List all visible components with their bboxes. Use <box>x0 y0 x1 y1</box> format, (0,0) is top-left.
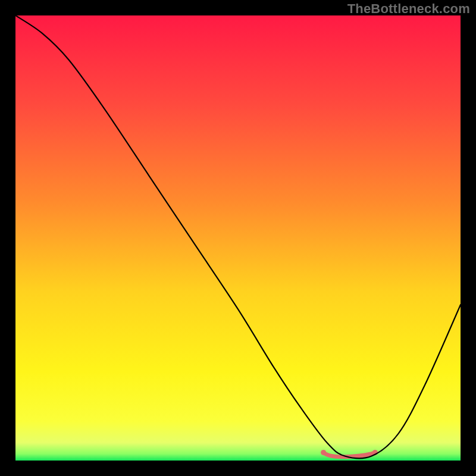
plot-area <box>15 15 461 461</box>
gradient-background <box>15 15 461 461</box>
watermark-text: TheBottleneck.com <box>347 1 470 17</box>
bottleneck-line-chart <box>15 15 461 461</box>
chart-frame: TheBottleneck.com <box>0 0 476 476</box>
optimal-range-start-cap <box>321 450 326 455</box>
